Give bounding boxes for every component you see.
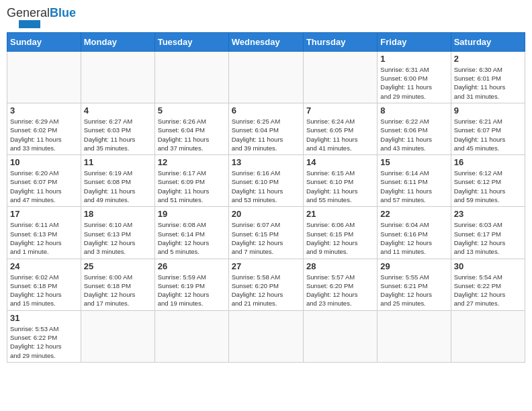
calendar-cell: 2Sunrise: 6:30 AM Sunset: 6:01 PM Daylig…	[451, 51, 525, 103]
logo: GeneralBlue	[7, 7, 76, 28]
day-info: Sunrise: 6:20 AM Sunset: 6:07 PM Dayligh…	[10, 169, 78, 204]
day-number: 8	[380, 105, 447, 116]
day-info: Sunrise: 6:11 AM Sunset: 6:13 PM Dayligh…	[10, 220, 78, 256]
calendar-cell: 4Sunrise: 6:27 AM Sunset: 6:03 PM Daylig…	[81, 103, 154, 154]
day-info: Sunrise: 6:03 AM Sunset: 6:17 PM Dayligh…	[454, 220, 522, 256]
calendar-cell: 11Sunrise: 6:19 AM Sunset: 6:08 PM Dayli…	[81, 155, 154, 207]
day-info: Sunrise: 5:53 AM Sunset: 6:22 PM Dayligh…	[10, 324, 78, 360]
calendar-table: SundayMondayTuesdayWednesdayThursdayFrid…	[7, 32, 525, 363]
day-number: 10	[10, 157, 78, 167]
day-number: 22	[380, 209, 447, 219]
day-info: Sunrise: 6:22 AM Sunset: 6:06 PM Dayligh…	[380, 117, 447, 152]
day-info: Sunrise: 6:07 AM Sunset: 6:15 PM Dayligh…	[232, 220, 300, 256]
calendar-cell	[154, 51, 228, 103]
day-info: Sunrise: 6:30 AM Sunset: 6:01 PM Dayligh…	[454, 65, 522, 101]
logo-underline-icon	[7, 20, 40, 28]
calendar-cell: 7Sunrise: 6:24 AM Sunset: 6:05 PM Daylig…	[303, 103, 377, 154]
day-info: Sunrise: 6:04 AM Sunset: 6:16 PM Dayligh…	[380, 220, 447, 256]
day-info: Sunrise: 5:57 AM Sunset: 6:20 PM Dayligh…	[306, 273, 374, 308]
day-info: Sunrise: 6:15 AM Sunset: 6:10 PM Dayligh…	[306, 169, 374, 204]
calendar-cell: 6Sunrise: 6:25 AM Sunset: 6:04 PM Daylig…	[228, 103, 303, 154]
calendar-cell: 20Sunrise: 6:07 AM Sunset: 6:15 PM Dayli…	[228, 207, 303, 259]
day-info: Sunrise: 6:25 AM Sunset: 6:04 PM Dayligh…	[232, 117, 300, 152]
day-info: Sunrise: 6:19 AM Sunset: 6:08 PM Dayligh…	[84, 169, 152, 204]
calendar-cell	[303, 310, 377, 362]
day-number: 23	[454, 209, 522, 219]
calendar-cell: 26Sunrise: 5:59 AM Sunset: 6:19 PM Dayli…	[154, 259, 228, 310]
day-number: 19	[158, 209, 226, 219]
calendar-cell: 13Sunrise: 6:16 AM Sunset: 6:10 PM Dayli…	[228, 155, 303, 207]
weekday-header-monday: Monday	[81, 32, 154, 51]
day-info: Sunrise: 6:21 AM Sunset: 6:07 PM Dayligh…	[454, 117, 522, 152]
weekday-header-friday: Friday	[378, 32, 451, 51]
day-number: 12	[158, 157, 226, 167]
day-number: 31	[10, 313, 78, 323]
week-row-1: 3Sunrise: 6:29 AM Sunset: 6:02 PM Daylig…	[7, 103, 525, 154]
day-info: Sunrise: 5:54 AM Sunset: 6:22 PM Dayligh…	[454, 273, 522, 308]
weekday-header-sunday: Sunday	[7, 32, 81, 51]
calendar-cell: 8Sunrise: 6:22 AM Sunset: 6:06 PM Daylig…	[378, 103, 451, 154]
day-number: 28	[306, 261, 374, 271]
day-info: Sunrise: 6:16 AM Sunset: 6:10 PM Dayligh…	[232, 169, 300, 204]
calendar-cell: 29Sunrise: 5:55 AM Sunset: 6:21 PM Dayli…	[378, 259, 451, 310]
day-number: 21	[306, 209, 374, 219]
weekday-header-thursday: Thursday	[303, 32, 377, 51]
day-info: Sunrise: 6:00 AM Sunset: 6:18 PM Dayligh…	[84, 273, 152, 308]
day-number: 14	[306, 157, 374, 167]
day-number: 15	[380, 157, 447, 167]
day-info: Sunrise: 5:55 AM Sunset: 6:21 PM Dayligh…	[380, 273, 447, 308]
day-info: Sunrise: 6:31 AM Sunset: 6:00 PM Dayligh…	[380, 65, 447, 101]
day-number: 3	[10, 105, 78, 116]
week-row-4: 24Sunrise: 6:02 AM Sunset: 6:18 PM Dayli…	[7, 259, 525, 310]
day-info: Sunrise: 6:12 AM Sunset: 6:12 PM Dayligh…	[454, 169, 522, 204]
day-info: Sunrise: 6:29 AM Sunset: 6:02 PM Dayligh…	[10, 117, 78, 152]
day-number: 1	[380, 54, 447, 64]
day-number: 11	[84, 157, 152, 167]
calendar-cell: 27Sunrise: 5:58 AM Sunset: 6:20 PM Dayli…	[228, 259, 303, 310]
week-row-2: 10Sunrise: 6:20 AM Sunset: 6:07 PM Dayli…	[7, 155, 525, 207]
day-info: Sunrise: 6:06 AM Sunset: 6:15 PM Dayligh…	[306, 220, 374, 256]
weekday-header-row: SundayMondayTuesdayWednesdayThursdayFrid…	[7, 32, 525, 51]
day-number: 5	[158, 105, 226, 116]
week-row-3: 17Sunrise: 6:11 AM Sunset: 6:13 PM Dayli…	[7, 207, 525, 259]
calendar-cell: 10Sunrise: 6:20 AM Sunset: 6:07 PM Dayli…	[7, 155, 81, 207]
calendar-cell: 14Sunrise: 6:15 AM Sunset: 6:10 PM Dayli…	[303, 155, 377, 207]
day-number: 30	[454, 261, 522, 271]
calendar-cell	[81, 310, 154, 362]
day-number: 9	[454, 105, 522, 116]
day-number: 25	[84, 261, 152, 271]
calendar-cell	[228, 310, 303, 362]
calendar-cell: 12Sunrise: 6:17 AM Sunset: 6:09 PM Dayli…	[154, 155, 228, 207]
calendar-cell	[228, 51, 303, 103]
calendar-cell	[81, 51, 154, 103]
calendar-cell: 18Sunrise: 6:10 AM Sunset: 6:13 PM Dayli…	[81, 207, 154, 259]
calendar-cell	[154, 310, 228, 362]
calendar-cell: 25Sunrise: 6:00 AM Sunset: 6:18 PM Dayli…	[81, 259, 154, 310]
day-info: Sunrise: 6:27 AM Sunset: 6:03 PM Dayligh…	[84, 117, 152, 152]
logo-blue: Blue	[50, 6, 76, 19]
calendar-cell: 28Sunrise: 5:57 AM Sunset: 6:20 PM Dayli…	[303, 259, 377, 310]
calendar-cell: 16Sunrise: 6:12 AM Sunset: 6:12 PM Dayli…	[451, 155, 525, 207]
calendar-cell: 3Sunrise: 6:29 AM Sunset: 6:02 PM Daylig…	[7, 103, 81, 154]
calendar-cell: 23Sunrise: 6:03 AM Sunset: 6:17 PM Dayli…	[451, 207, 525, 259]
day-number: 17	[10, 209, 78, 219]
day-number: 27	[232, 261, 300, 271]
calendar-cell: 5Sunrise: 6:26 AM Sunset: 6:04 PM Daylig…	[154, 103, 228, 154]
day-info: Sunrise: 6:08 AM Sunset: 6:14 PM Dayligh…	[158, 220, 226, 256]
calendar-cell: 1Sunrise: 6:31 AM Sunset: 6:00 PM Daylig…	[378, 51, 451, 103]
calendar-cell: 30Sunrise: 5:54 AM Sunset: 6:22 PM Dayli…	[451, 259, 525, 310]
day-number: 13	[232, 157, 300, 167]
day-info: Sunrise: 6:02 AM Sunset: 6:18 PM Dayligh…	[10, 273, 78, 308]
day-number: 7	[306, 105, 374, 116]
calendar-cell	[451, 310, 525, 362]
day-number: 26	[158, 261, 226, 271]
weekday-header-wednesday: Wednesday	[228, 32, 303, 51]
day-info: Sunrise: 6:17 AM Sunset: 6:09 PM Dayligh…	[158, 169, 226, 204]
day-number: 2	[454, 54, 522, 64]
calendar-cell: 9Sunrise: 6:21 AM Sunset: 6:07 PM Daylig…	[451, 103, 525, 154]
day-number: 16	[454, 157, 522, 167]
day-number: 6	[232, 105, 300, 116]
day-number: 4	[84, 105, 152, 116]
weekday-header-saturday: Saturday	[451, 32, 525, 51]
day-number: 18	[84, 209, 152, 219]
